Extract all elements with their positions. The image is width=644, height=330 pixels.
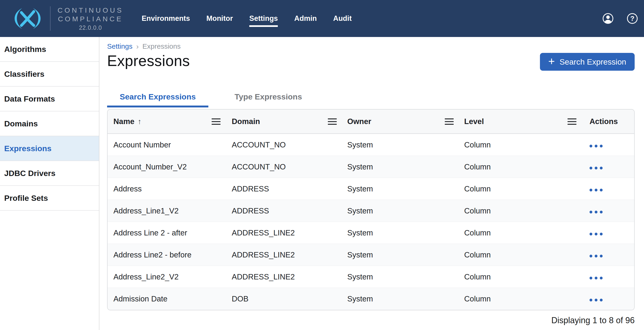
row-actions-button[interactable] — [590, 255, 602, 257]
cell-domain: ADDRESS_LINE2 — [225, 250, 342, 259]
column-label: Domain — [232, 117, 260, 126]
row-actions-button[interactable] — [590, 299, 602, 301]
tab-search-expressions[interactable]: Search Expressions — [107, 92, 208, 107]
column-header-actions: Actions — [581, 110, 634, 133]
plus-icon: + — [548, 56, 555, 67]
brand-line1: CONTINUOUS — [58, 6, 124, 15]
cell-actions — [581, 250, 634, 259]
table-row: Address_Line2_V2 ADDRESS_LINE2 System Co… — [108, 266, 634, 288]
cell-name: Address_Line2_V2 — [108, 272, 225, 281]
row-actions-button[interactable] — [590, 277, 602, 279]
cell-owner: System — [342, 228, 458, 237]
app-version: 22.0.0.0 — [79, 24, 102, 31]
cell-owner: System — [342, 250, 458, 259]
cell-actions — [581, 206, 634, 215]
expression-tabs: Search Expressions Type Expressions — [107, 92, 635, 107]
table-row: Address_Line1_V2 ADDRESS System Column — [108, 200, 634, 222]
sidebar-item-label: Classifiers — [4, 70, 44, 79]
cell-name: Admission Date — [108, 294, 225, 303]
cell-actions — [581, 140, 634, 149]
main-content: Settings › Expressions Expressions + Sea… — [100, 37, 644, 330]
column-menu-icon[interactable] — [445, 118, 454, 125]
tab-type-expressions[interactable]: Type Expressions — [222, 92, 315, 107]
row-actions-button[interactable] — [590, 233, 602, 235]
cell-actions — [581, 294, 634, 303]
nav-settings[interactable]: Settings — [249, 14, 278, 23]
column-header-name: Name ↑ — [108, 110, 225, 133]
table-header: Name ↑ Domain Owner — [108, 110, 634, 134]
cell-owner: System — [342, 294, 458, 303]
sort-ascending-icon[interactable]: ↑ — [138, 117, 142, 126]
cell-level: Column — [458, 272, 581, 281]
cell-level: Column — [458, 250, 581, 259]
sidebar-item-profile-sets[interactable]: Profile Sets — [0, 186, 99, 211]
sidebar-item-label: Profile Sets — [4, 194, 48, 203]
user-icon — [602, 13, 614, 24]
page-title: Expressions — [107, 53, 190, 69]
table-row: Account Number ACCOUNT_NO System Column — [108, 134, 634, 156]
column-label: Actions — [590, 117, 618, 126]
add-search-expression-button[interactable]: + Search Expression — [540, 53, 635, 71]
column-label: Level — [464, 117, 484, 126]
table-row: Address Line 2 - after ADDRESS_LINE2 Sys… — [108, 222, 634, 244]
row-actions-button[interactable] — [590, 145, 602, 147]
navbar-right-icons: ? — [602, 13, 644, 24]
sidebar-item-algorithms[interactable]: Algorithms — [0, 37, 99, 62]
help-button[interactable]: ? — [627, 13, 638, 24]
cell-name: Account Number — [108, 140, 225, 149]
column-header-owner: Owner — [342, 110, 458, 133]
nav-monitor[interactable]: Monitor — [206, 14, 233, 23]
table-row: Address ADDRESS System Column — [108, 178, 634, 200]
nav-audit[interactable]: Audit — [333, 14, 352, 23]
cell-name: Address — [108, 184, 225, 193]
cell-name: Address Line2 - before — [108, 250, 225, 259]
help-icon: ? — [627, 13, 638, 24]
cell-actions — [581, 184, 634, 193]
row-actions-button[interactable] — [590, 211, 602, 213]
brand: CONTINUOUS COMPLIANCE 22.0.0.0 — [0, 6, 124, 31]
top-navbar: CONTINUOUS COMPLIANCE 22.0.0.0 Environme… — [0, 0, 644, 37]
nav-environments[interactable]: Environments — [142, 14, 190, 23]
cell-actions — [581, 162, 634, 171]
cell-actions — [581, 272, 634, 281]
sidebar-item-domains[interactable]: Domains — [0, 111, 99, 136]
table-row: Account_Number_V2 ACCOUNT_NO System Colu… — [108, 156, 634, 178]
sidebar-item-expressions[interactable]: Expressions — [0, 136, 99, 161]
sidebar-item-label: Algorithms — [4, 45, 46, 54]
cell-name: Account_Number_V2 — [108, 162, 225, 171]
breadcrumb: Settings › Expressions — [107, 42, 635, 51]
column-label: Name — [114, 117, 134, 126]
cell-owner: System — [342, 272, 458, 281]
cell-actions — [581, 228, 634, 237]
cell-domain: ADDRESS_LINE2 — [225, 228, 342, 237]
column-menu-icon[interactable] — [568, 118, 576, 125]
cell-domain: ACCOUNT_NO — [225, 140, 342, 149]
breadcrumb-current: Expressions — [142, 42, 180, 51]
sidebar-item-label: Expressions — [4, 144, 52, 153]
row-actions-button[interactable] — [590, 167, 602, 169]
row-actions-button[interactable] — [590, 189, 602, 191]
page-header: Expressions + Search Expression — [107, 53, 635, 71]
breadcrumb-settings-link[interactable]: Settings — [107, 42, 132, 51]
user-menu-button[interactable] — [602, 13, 614, 24]
delphix-logo-icon[interactable] — [12, 7, 43, 30]
cell-level: Column — [458, 294, 581, 303]
column-header-level: Level — [458, 110, 581, 133]
cell-owner: System — [342, 162, 458, 171]
table-body: Account Number ACCOUNT_NO System Column … — [108, 134, 634, 310]
column-menu-icon[interactable] — [328, 118, 337, 125]
sidebar-item-jdbc-drivers[interactable]: JDBC Drivers — [0, 161, 99, 186]
sidebar-item-label: JDBC Drivers — [4, 169, 56, 178]
cell-level: Column — [458, 184, 581, 193]
sidebar-item-label: Domains — [4, 119, 38, 128]
cell-domain: ADDRESS_LINE2 — [225, 272, 342, 281]
nav-admin[interactable]: Admin — [294, 14, 316, 23]
column-label: Owner — [347, 117, 371, 126]
sidebar-item-classifiers[interactable]: Classifiers — [0, 62, 99, 87]
sidebar-item-data-formats[interactable]: Data Formats — [0, 87, 99, 111]
settings-sidebar: Algorithms Classifiers Data Formats Doma… — [0, 37, 100, 330]
column-header-domain: Domain — [225, 110, 342, 133]
column-menu-icon[interactable] — [212, 118, 220, 125]
brand-line2: COMPLIANCE — [58, 15, 123, 23]
cell-name: Address_Line1_V2 — [108, 206, 225, 215]
